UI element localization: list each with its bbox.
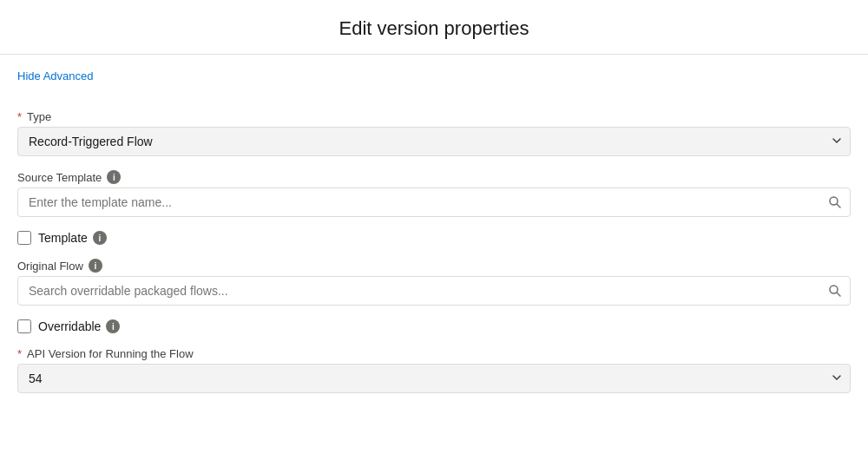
source-template-input-wrapper — [17, 188, 851, 217]
type-field-section: * Type Record-Triggered Flow Screen Flow… — [17, 110, 851, 156]
original-flow-label: Original Flow i — [17, 259, 851, 273]
template-checkbox-row: Template i — [17, 231, 851, 245]
api-version-required-star: * — [17, 347, 22, 360]
type-select[interactable]: Record-Triggered Flow Screen Flow Autola… — [17, 127, 851, 156]
source-template-search-icon — [828, 195, 842, 209]
type-label-text: Type — [27, 110, 51, 123]
overridable-checkbox-label[interactable]: Overridable i — [38, 319, 120, 333]
api-version-select[interactable]: 54 53 52 51 50 — [17, 364, 851, 393]
template-info-icon[interactable]: i — [93, 231, 107, 245]
template-checkbox-label-text: Template — [38, 231, 88, 245]
original-flow-search-button[interactable] — [826, 282, 844, 299]
type-select-wrapper: Record-Triggered Flow Screen Flow Autola… — [17, 127, 851, 156]
api-version-label-text: API Version for Running the Flow — [27, 347, 194, 360]
svg-line-3 — [837, 293, 840, 296]
api-version-label: * API Version for Running the Flow — [17, 347, 851, 360]
source-template-info-icon[interactable]: i — [107, 170, 121, 184]
source-template-input[interactable] — [17, 188, 851, 217]
api-version-select-wrapper: 54 53 52 51 50 — [17, 364, 851, 393]
overridable-info-icon[interactable]: i — [106, 319, 120, 333]
original-flow-input[interactable] — [17, 276, 851, 306]
overridable-checkbox-label-text: Overridable — [38, 319, 101, 333]
page-title: Edit version properties — [0, 17, 868, 40]
template-checkbox-label[interactable]: Template i — [38, 231, 107, 245]
original-flow-info-icon[interactable]: i — [89, 259, 102, 273]
source-template-section: Source Template i — [17, 170, 851, 217]
source-template-label: Source Template i — [17, 170, 851, 184]
api-version-section: * API Version for Running the Flow 54 53… — [17, 347, 851, 393]
page-header: Edit version properties — [0, 0, 868, 55]
source-template-search-button[interactable] — [826, 194, 844, 211]
overridable-checkbox[interactable] — [17, 319, 31, 333]
overridable-checkbox-row: Overridable i — [17, 319, 851, 333]
template-checkbox[interactable] — [17, 231, 31, 245]
svg-line-1 — [837, 204, 840, 207]
content-area: Hide Advanced * Type Record-Triggered Fl… — [0, 55, 868, 421]
original-flow-section: Original Flow i — [17, 259, 851, 306]
page-container: Edit version properties Hide Advanced * … — [0, 0, 868, 442]
original-flow-label-text: Original Flow — [17, 260, 83, 273]
original-flow-input-wrapper — [17, 276, 851, 306]
hide-advanced-section: Hide Advanced — [17, 69, 851, 96]
hide-advanced-link[interactable]: Hide Advanced — [17, 69, 93, 82]
source-template-label-text: Source Template — [17, 171, 102, 184]
type-required-star: * — [17, 110, 22, 123]
original-flow-search-icon — [828, 284, 842, 298]
type-field-label: * Type — [17, 110, 851, 123]
